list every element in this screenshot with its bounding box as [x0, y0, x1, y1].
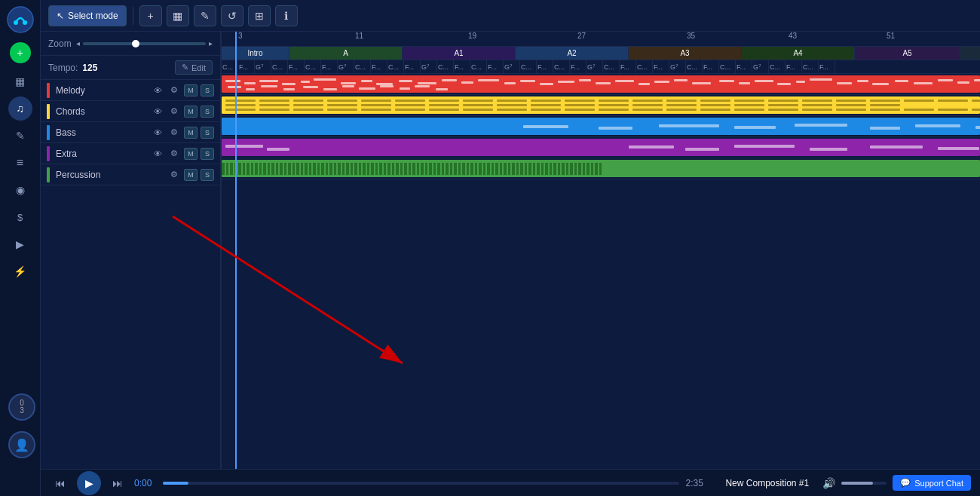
redo-button[interactable]: ↺ [221, 5, 243, 26]
play-icon: ▶ [85, 477, 93, 489]
bass-solo-button[interactable]: S [201, 127, 214, 139]
svg-rect-106 [463, 109, 493, 111]
svg-rect-171 [342, 163, 345, 175]
svg-rect-163 [309, 163, 311, 175]
chord-c6: C... [437, 60, 454, 73]
svg-rect-148 [247, 163, 250, 175]
svg-rect-91 [632, 104, 663, 106]
tracks-content [222, 74, 980, 496]
section-a1[interactable]: A1 [403, 47, 516, 60]
sidebar-item-music[interactable]: ♫ [8, 96, 32, 121]
section-a2[interactable]: A2 [516, 47, 629, 60]
svg-rect-11 [361, 80, 372, 82]
user-button[interactable]: 👤 [8, 431, 35, 458]
melody-mute-button[interactable]: M [184, 84, 198, 96]
sidebar-item-layers[interactable]: ≡ [8, 151, 32, 175]
svg-rect-21 [558, 81, 574, 83]
extra-solo-button[interactable]: S [201, 148, 214, 160]
info-icon: ℹ [284, 10, 288, 22]
section-a3[interactable]: A3 [629, 47, 742, 60]
svg-rect-194 [437, 163, 440, 175]
percussion-lane[interactable] [222, 158, 980, 179]
svg-rect-226 [570, 163, 573, 175]
sidebar-item-lightning[interactable]: ⚡ [8, 259, 32, 283]
section-a5[interactable]: A5 [855, 47, 960, 60]
svg-rect-186 [404, 163, 407, 175]
chords-fill [222, 96, 980, 114]
sidebar-item-chart[interactable]: ▦ [8, 69, 32, 93]
edit-button[interactable]: ✎ Edit [175, 60, 213, 75]
chord-f6: F... [454, 60, 470, 73]
svg-rect-211 [508, 163, 510, 175]
pencil-button[interactable]: ✎ [194, 5, 216, 26]
svg-rect-190 [421, 163, 424, 175]
bass-mute-button[interactable]: M [184, 127, 198, 139]
select-mode-button[interactable]: ↖ Select mode [48, 5, 127, 26]
track-row-extra: Extra 👁 ⚙ M S [41, 143, 220, 164]
bass-lane[interactable] [222, 116, 980, 137]
chords-gear-button[interactable]: ⚙ [167, 105, 181, 118]
svg-rect-180 [379, 163, 382, 175]
svg-rect-162 [305, 163, 308, 175]
svg-rect-118 [870, 109, 900, 111]
zoom-slider[interactable] [83, 42, 206, 45]
extra-mute-button[interactable]: M [184, 148, 198, 160]
svg-rect-79 [225, 104, 256, 106]
skip-back-button[interactable]: ⏮ [50, 473, 71, 494]
zoom-left-arrow[interactable]: ◂ [76, 39, 80, 47]
chords-eye-button[interactable]: 👁 [151, 105, 164, 118]
user-icon: 👤 [14, 438, 29, 452]
melody-solo-button[interactable]: S [201, 84, 214, 96]
percussion-mute-button[interactable]: M [184, 169, 198, 181]
add-toolbar-button[interactable]: + [139, 5, 162, 26]
section-a6[interactable]: A↗ [960, 47, 980, 60]
pencil-icon: ✎ [201, 10, 210, 22]
progress-bar[interactable] [163, 482, 679, 485]
chord-f8: F... [537, 60, 553, 73]
percussion-solo-button[interactable]: S [201, 169, 214, 181]
melody-lane[interactable] [222, 74, 980, 95]
extra-eye-button[interactable]: 👁 [151, 147, 164, 161]
app-logo[interactable] [7, 6, 34, 33]
layers-icon: ≡ [17, 156, 23, 170]
sidebar-item-play[interactable]: ▶ [8, 232, 32, 256]
extra-gear-button[interactable]: ⚙ [167, 147, 181, 161]
chords-mute-button[interactable]: M [184, 106, 198, 118]
play-button[interactable]: ▶ [77, 471, 101, 495]
svg-rect-152 [263, 163, 266, 175]
sidebar-item-edit[interactable]: ✎ [8, 124, 32, 148]
melody-gear-button[interactable]: ⚙ [167, 84, 181, 97]
add-button[interactable]: + [10, 42, 31, 63]
sidebar-item-circle[interactable]: ◉ [8, 178, 32, 202]
bar-chart-button[interactable]: ▦ [167, 5, 189, 26]
volume-icon: 🔊 [822, 477, 835, 489]
info-button[interactable]: ℹ [275, 5, 298, 26]
section-intro[interactable]: Intro [222, 47, 289, 60]
timeline-ruler[interactable]: 3 11 19 27 35 43 51 [222, 32, 980, 47]
svg-rect-231 [591, 163, 593, 175]
extra-lane[interactable] [222, 137, 980, 158]
sidebar-item-dollar[interactable]: $ [8, 205, 32, 229]
skip-forward-button[interactable]: ⏭ [107, 473, 128, 494]
svg-rect-22 [579, 79, 591, 81]
chords-lane[interactable] [222, 95, 980, 116]
svg-rect-113 [700, 109, 730, 111]
bass-eye-button[interactable]: 👁 [151, 126, 164, 139]
svg-rect-124 [599, 127, 632, 130]
percussion-gear-button[interactable]: ⚙ [167, 168, 181, 182]
melody-eye-button[interactable]: 👁 [151, 84, 164, 97]
link-button[interactable]: ⊞ [248, 5, 271, 26]
volume-slider[interactable] [841, 482, 887, 485]
bass-gear-button[interactable]: ⚙ [167, 126, 181, 139]
chord-f10: F... [620, 60, 636, 73]
svg-rect-103 [361, 109, 391, 111]
chord-c10: C... [603, 60, 620, 73]
svg-rect-41 [719, 80, 734, 82]
melody-color-indicator [47, 83, 50, 98]
zoom-right-arrow[interactable]: ▸ [209, 39, 213, 47]
section-a[interactable]: A [289, 47, 403, 60]
chords-solo-button[interactable]: S [201, 106, 214, 118]
section-a4[interactable]: A4 [742, 47, 855, 60]
svg-rect-210 [504, 163, 507, 175]
support-chat-button[interactable]: 💬 Support Chat [893, 475, 971, 491]
